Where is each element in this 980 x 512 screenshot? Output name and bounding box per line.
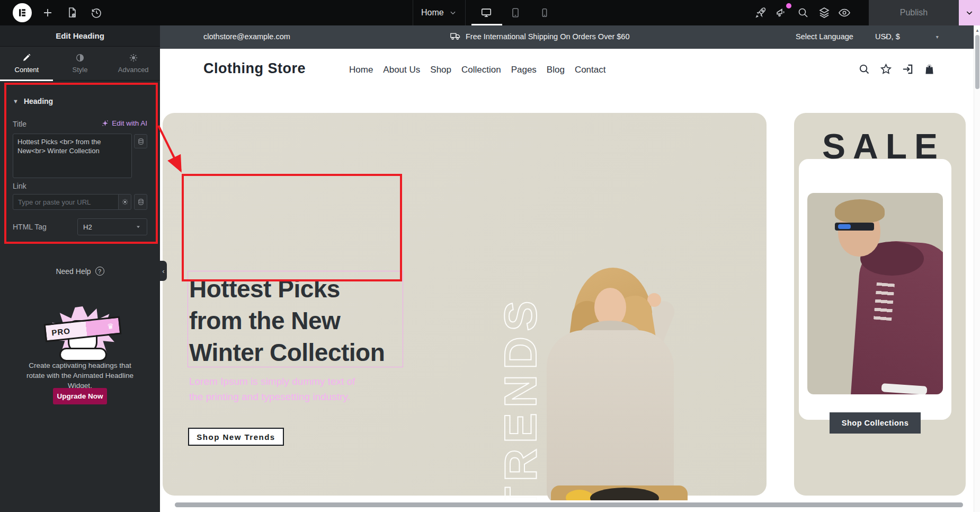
shop-new-trends-button[interactable]: Shop New Trends — [188, 428, 284, 446]
hero-section: TRENDS Hottest Picks from the New Winter… — [163, 113, 767, 496]
truck-icon — [450, 32, 461, 41]
add-element-icon[interactable] — [41, 6, 54, 19]
elementor-logo[interactable] — [13, 3, 32, 22]
editor-top-bar: Home Publish — [0, 0, 980, 25]
header-icons — [858, 63, 936, 75]
need-help-link[interactable]: Need Help ? — [0, 267, 160, 276]
vertical-scrollbar: ▲ — [974, 25, 980, 512]
section-title: Heading — [24, 97, 53, 105]
caret-down-icon: ▼ — [13, 98, 19, 104]
scroll-up-arrow[interactable]: ▲ — [974, 28, 980, 33]
nav-item-pages[interactable]: Pages — [510, 65, 538, 75]
currency-selector[interactable]: USD, $ ▾ — [875, 32, 939, 41]
language-label: Select Language — [796, 32, 853, 41]
hero-model-image — [535, 268, 705, 512]
sale-title: SALE — [794, 126, 966, 166]
next-section-image-sliver — [551, 485, 688, 500]
tab-label: Content — [15, 66, 39, 74]
half-circle-icon — [75, 53, 85, 63]
ai-sparkle-icon — [102, 120, 109, 127]
hero-heading-line: Hottest Picks — [189, 273, 385, 305]
panel-tabs: Content Style Advanced — [0, 47, 160, 81]
chevron-down-icon — [449, 9, 457, 16]
link-options-button[interactable] — [118, 194, 131, 210]
structure-layers-icon[interactable] — [818, 6, 831, 19]
site-settings-rocket-icon[interactable] — [754, 6, 767, 19]
site-logo[interactable]: Clothing Store — [203, 60, 306, 77]
pro-promo-cloud — [59, 348, 107, 361]
toolbar-divider — [465, 0, 466, 25]
shop-new-trends-label: Shop New Trends — [197, 432, 275, 442]
active-tab-indicator — [0, 80, 53, 81]
site-top-bar: clothstore@example.com Free Internationa… — [160, 25, 974, 49]
currency-label: USD, $ — [875, 32, 900, 41]
search-icon[interactable] — [858, 63, 870, 75]
panel-collapse-handle[interactable]: ‹ — [160, 261, 167, 281]
panel-header: Edit Heading — [0, 25, 160, 47]
page-switcher[interactable]: Home — [421, 0, 457, 25]
page-settings-icon[interactable] — [66, 6, 78, 19]
page-switcher-label: Home — [421, 8, 444, 17]
horizontal-scrollbar-thumb[interactable] — [175, 502, 963, 507]
tablet-view-icon[interactable] — [510, 7, 521, 19]
dynamic-tags-button[interactable] — [134, 134, 147, 148]
shop-collections-label: Shop Collections — [842, 419, 908, 427]
hero-paragraph: Lorem Ipsum is simply dummy text of the … — [189, 374, 355, 404]
gear-icon — [129, 53, 138, 63]
tab-style[interactable]: Style — [54, 47, 107, 80]
publish-options-button[interactable] — [959, 0, 980, 25]
upgrade-now-label: Upgrade Now — [57, 392, 103, 400]
tab-label: Advanced — [118, 66, 149, 74]
publish-label: Publish — [900, 8, 928, 17]
nav-item-home[interactable]: Home — [348, 65, 375, 75]
publish-button[interactable]: Publish — [869, 0, 959, 25]
link-url-input[interactable] — [13, 194, 119, 210]
hero-heading-line: from the New — [189, 305, 385, 337]
title-textarea[interactable]: Hottest Picks <br> from the New<br> Wint… — [13, 134, 132, 178]
login-icon[interactable] — [902, 63, 914, 75]
toolbar-divider — [413, 0, 413, 25]
chevron-down-icon — [965, 8, 974, 17]
store-email[interactable]: clothstore@example.com — [203, 32, 290, 41]
nav-item-blog[interactable]: Blog — [545, 65, 566, 75]
need-help-label: Need Help — [56, 267, 91, 276]
shipping-notice: Free International Shipping On Orders Ov… — [450, 32, 630, 41]
widget-settings-panel: Edit Heading Content Style Advanced ▼ He… — [0, 25, 160, 512]
pencil-icon — [22, 53, 31, 63]
site-header: Clothing Store Home About Us Shop Collec… — [160, 49, 974, 90]
heading-section-toggle[interactable]: ▼ Heading — [13, 97, 53, 105]
tab-advanced[interactable]: Advanced — [106, 47, 160, 80]
history-icon[interactable] — [90, 6, 103, 19]
question-circle-icon: ? — [95, 267, 104, 276]
edit-with-ai-label: Edit with AI — [112, 119, 147, 127]
shop-collections-button[interactable]: Shop Collections — [830, 412, 921, 434]
cart-bag-icon[interactable] — [923, 63, 936, 75]
tab-content[interactable]: Content — [0, 47, 54, 80]
finder-search-icon[interactable] — [797, 6, 809, 19]
caret-down-icon — [135, 224, 141, 230]
html-tag-select[interactable]: H2 — [77, 218, 147, 235]
nav-item-collection[interactable]: Collection — [460, 65, 503, 75]
nav-item-contact[interactable]: Contact — [573, 65, 608, 75]
panel-title: Edit Heading — [56, 31, 104, 40]
nav-item-shop[interactable]: Shop — [429, 65, 453, 75]
caret-down-icon: ▾ — [936, 34, 939, 40]
vertical-scrollbar-thumb[interactable] — [975, 35, 979, 89]
site-nav: Home About Us Shop Collection Pages Blog… — [348, 65, 607, 75]
database-icon — [137, 198, 145, 206]
edit-with-ai-button[interactable]: Edit with AI — [0, 119, 147, 127]
preview-eye-icon[interactable] — [838, 6, 851, 19]
crown-icon: ♛ — [106, 322, 114, 331]
shipping-text: Free International Shipping On Orders Ov… — [466, 32, 630, 41]
nav-item-about[interactable]: About Us — [381, 65, 422, 75]
sale-card-inner: Shop Collections — [799, 159, 951, 420]
pro-badge-label: PRO — [51, 326, 70, 337]
mobile-view-icon[interactable] — [539, 7, 550, 19]
hero-heading[interactable]: Hottest Picks from the New Winter Collec… — [189, 273, 385, 368]
wishlist-star-icon[interactable] — [880, 63, 892, 75]
link-dynamic-tags-button[interactable] — [134, 194, 147, 210]
whats-new-megaphone-icon[interactable] — [776, 6, 788, 19]
upgrade-now-button[interactable]: Upgrade Now — [53, 388, 107, 404]
notification-dot — [786, 3, 791, 8]
desktop-view-icon[interactable] — [480, 7, 492, 19]
